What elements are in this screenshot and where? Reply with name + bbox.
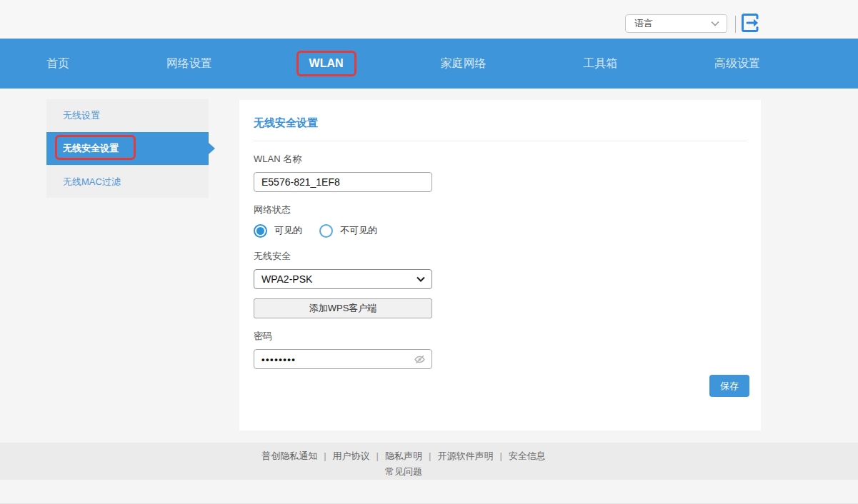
password-label: 密码 [254, 330, 747, 343]
sidebar-item-wireless-security[interactable]: 无线安全设置 [46, 132, 209, 165]
logout-button[interactable] [739, 12, 761, 34]
topbar-divider [735, 16, 736, 33]
nav-item-wlan[interactable]: WLAN [309, 57, 344, 70]
radio-selected-icon [254, 224, 267, 238]
footer-line2: 常见问题 [0, 465, 807, 478]
footer-separator: | [376, 450, 379, 461]
sidebar-item-label: 无线MAC过滤 [63, 176, 121, 188]
language-dropdown-label: 语言 [634, 17, 653, 30]
nav-item-home-network[interactable]: 家庭网络 [440, 56, 486, 71]
footer-link-privacy-statement[interactable]: 隐私声明 [385, 450, 422, 461]
password-input[interactable]: •••••••• [254, 349, 432, 369]
footer-link-open-source[interactable]: 开源软件声明 [437, 450, 493, 461]
network-status-label: 网络状态 [254, 203, 747, 216]
title-divider [254, 141, 747, 141]
nav-item-network-settings[interactable]: 网络设置 [166, 56, 212, 71]
radio-unselected-icon [319, 224, 333, 238]
wlan-name-input[interactable] [254, 172, 432, 192]
footer-separator: | [324, 450, 326, 461]
footer-link-privacy-notice[interactable]: 普创隐私通知 [261, 450, 317, 461]
selected-item-arrow [209, 143, 215, 154]
sidebar-item-label: 无线设置 [63, 109, 100, 122]
radio-invisible-label: 不可见的 [340, 224, 377, 237]
footer-link-security-info[interactable]: 安全信息 [509, 450, 546, 461]
sidebar-item-wireless-settings[interactable]: 无线设置 [46, 99, 209, 132]
chevron-down-icon [416, 276, 425, 282]
content-panel: 无线安全设置 WLAN 名称 网络状态 可见的 不可见的 无线安全 WPA2-P… [239, 100, 761, 430]
footer-separator: | [429, 450, 431, 461]
footer-link-faq[interactable]: 常见问题 [385, 466, 422, 477]
footer-links: 普创隐私通知|用户协议|隐私声明|开源软件声明|安全信息 常见问题 [0, 443, 807, 478]
footer-line1: 普创隐私通知|用户协议|隐私声明|开源软件声明|安全信息 [0, 450, 807, 463]
radio-visible-label: 可见的 [274, 224, 302, 237]
nav-item-advanced-settings[interactable]: 高级设置 [714, 56, 760, 71]
wlan-name-label: WLAN 名称 [254, 153, 747, 166]
security-mode-value: WPA2-PSK [261, 273, 312, 285]
footer-link-user-agreement[interactable]: 用户协议 [333, 450, 370, 461]
sidebar-item-mac-filter[interactable]: 无线MAC过滤 [46, 165, 209, 198]
radio-option-visible[interactable]: 可见的 [254, 224, 302, 238]
eye-off-icon[interactable] [414, 353, 426, 366]
sidebar-item-label: 无线安全设置 [63, 142, 119, 155]
nav-item-toolbox[interactable]: 工具箱 [583, 56, 617, 71]
page-title: 无线安全设置 [254, 116, 747, 130]
radio-option-invisible[interactable]: 不可见的 [319, 224, 377, 238]
chevron-down-icon [711, 21, 719, 26]
logout-icon [739, 12, 761, 34]
add-wps-client-button[interactable]: 添加WPS客户端 [254, 298, 432, 318]
topbar: 语言 [0, 0, 858, 39]
save-button[interactable]: 保存 [709, 375, 749, 397]
password-masked-value: •••••••• [261, 354, 296, 365]
nav-item-home[interactable]: 首页 [46, 56, 69, 71]
wireless-security-label: 无线安全 [254, 250, 747, 263]
footer: 普创隐私通知|用户协议|隐私声明|开源软件声明|安全信息 常见问题 [0, 443, 858, 480]
security-mode-select[interactable]: WPA2-PSK [254, 269, 432, 289]
network-status-radio-group: 可见的 不可见的 [254, 223, 747, 238]
footer-separator: | [499, 450, 502, 461]
nav-item-wlan-label: WLAN [309, 57, 344, 69]
router-admin-page: 语言 首页 网络设置 WLAN 家庭网络 工具箱 高级设置 [0, 0, 858, 504]
sidebar: 无线设置 无线安全设置 无线MAC过滤 [46, 99, 209, 198]
main-nav: 首页 网络设置 WLAN 家庭网络 工具箱 高级设置 [0, 39, 858, 89]
language-dropdown[interactable]: 语言 [625, 14, 727, 33]
